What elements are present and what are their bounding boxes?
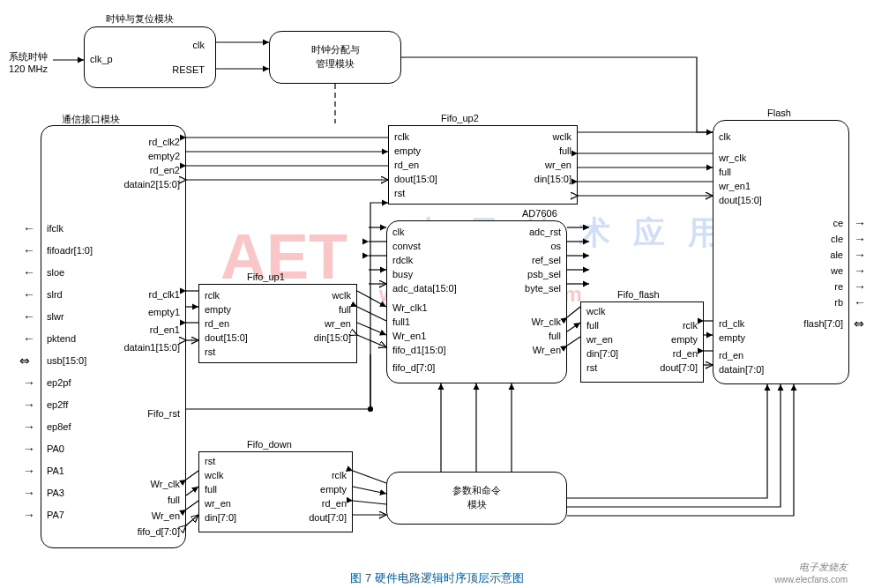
fd-dout: dout[7:0] bbox=[309, 512, 347, 523]
flash-bus: flash[7:0] bbox=[803, 318, 843, 329]
paramcmd-line2: 模块 bbox=[387, 499, 566, 510]
ad-wrclk: Wr_clk bbox=[532, 316, 561, 327]
comm-pa3: PA3 bbox=[47, 488, 64, 498]
comm-full: full bbox=[168, 495, 180, 505]
svg-line-20 bbox=[357, 335, 386, 347]
svg-line-31 bbox=[567, 307, 580, 317]
comm-ep8ef: ep8ef bbox=[47, 421, 71, 432]
ff-rden: rd_en bbox=[673, 348, 698, 359]
ad-rdclk: rdclk bbox=[392, 255, 413, 265]
fifoflash-title: Fifo_flash bbox=[617, 289, 660, 300]
fifoup1-rclk: rclk bbox=[205, 290, 220, 301]
fifoup2-dout: dout[15:0] bbox=[394, 174, 437, 184]
ad-busy: busy bbox=[392, 269, 413, 279]
flash-cle: cle bbox=[831, 234, 843, 244]
comm-title: 通信接口模块 bbox=[62, 113, 120, 126]
arrow-icon: → bbox=[23, 376, 35, 389]
ad7606-block: clk convst rdclk busy adc_data[15:0] Wr_… bbox=[386, 220, 567, 383]
clk-reset-block: clk_p clk RESET bbox=[84, 26, 216, 88]
fifoup1-full: full bbox=[339, 304, 351, 315]
fifodown-title: Fifo_down bbox=[247, 439, 292, 450]
sys-clock-freq: 120 MHz bbox=[9, 63, 48, 74]
comm-slrd: slrd bbox=[47, 289, 63, 300]
fifoup1-din: din[15:0] bbox=[314, 332, 351, 343]
arrow-icon: ← bbox=[23, 310, 35, 323]
ad-adcdata: adc_data[15:0] bbox=[392, 283, 457, 294]
ad-convst: convst bbox=[392, 241, 421, 251]
fifoup2-title: Fifo_up2 bbox=[441, 113, 479, 123]
comm-fifoadr: fifoadr[1:0] bbox=[47, 245, 93, 256]
fifoup1-block: rclk empty rd_en dout[15:0] rst wclk ful… bbox=[198, 284, 357, 363]
comm-sloe: sloe bbox=[47, 267, 64, 278]
fifoup2-full: full bbox=[559, 145, 571, 156]
fifoup2-empty: empty bbox=[394, 145, 421, 156]
comm-datain1: datain1[15:0] bbox=[123, 342, 180, 353]
flash-re: re bbox=[834, 281, 843, 292]
flash-we: we bbox=[831, 265, 843, 276]
svg-line-39 bbox=[186, 487, 198, 495]
svg-line-33 bbox=[567, 337, 580, 346]
svg-line-32 bbox=[567, 323, 580, 331]
fifoup2-rst: rst bbox=[394, 188, 405, 198]
fifoup2-rclk: rclk bbox=[394, 131, 409, 142]
ad-psbsel: psb_sel bbox=[527, 269, 561, 279]
svg-line-44 bbox=[353, 501, 386, 504]
clk-dist-line1: 时钟分配与 bbox=[270, 44, 400, 55]
arrow-icon: → bbox=[23, 487, 35, 499]
arrow-icon: ← bbox=[854, 296, 866, 309]
fifoup2-rden: rd_en bbox=[394, 160, 419, 170]
sys-clock-title: 系统时钟 bbox=[9, 51, 48, 62]
fifoup1-dout: dout[15:0] bbox=[205, 332, 248, 343]
comm-rden1: rd_en1 bbox=[150, 324, 180, 335]
comm-slwr: slwr bbox=[47, 311, 64, 322]
comm-pktend: pktend bbox=[47, 333, 76, 344]
arrow-icon: ← bbox=[23, 266, 35, 279]
comm-pa0: PA0 bbox=[47, 443, 64, 454]
ad7606-title: AD7606 bbox=[522, 208, 557, 219]
ff-full: full bbox=[586, 320, 599, 331]
ad-wren1: Wr_en1 bbox=[392, 331, 426, 341]
fd-empty: empty bbox=[320, 484, 347, 495]
arrow-icon: ← bbox=[23, 288, 35, 301]
svg-line-38 bbox=[186, 471, 198, 480]
ff-empty: empty bbox=[671, 334, 698, 345]
flash-wren1: wr_en1 bbox=[719, 181, 751, 191]
fd-rclk: rclk bbox=[332, 470, 347, 480]
figure-caption: 图 7 硬件电路逻辑时序顶层示意图 bbox=[0, 570, 874, 586]
flash-empty: empty bbox=[719, 332, 745, 343]
ad-wren: Wr_en bbox=[533, 345, 561, 355]
arrow-icon: → bbox=[854, 264, 866, 277]
ff-wclk: wclk bbox=[586, 306, 605, 316]
comm-fiforst: Fifo_rst bbox=[147, 408, 180, 419]
fifoup2-block: rclk empty rd_en dout[15:0] rst wclk ful… bbox=[388, 125, 578, 205]
ad-adcrst: adc_rst bbox=[529, 227, 561, 237]
arrow-icon: → bbox=[23, 421, 35, 433]
comm-pa1: PA1 bbox=[47, 465, 64, 476]
flash-wrclk: wr_clk bbox=[719, 153, 746, 163]
arrow-icon: → bbox=[23, 398, 35, 411]
flash-datain: datain[7:0] bbox=[719, 364, 764, 375]
fd-full: full bbox=[205, 484, 217, 495]
ad-full: full bbox=[549, 331, 561, 341]
fifoup1-rden: rd_en bbox=[205, 318, 229, 329]
arrow-icon: → bbox=[23, 509, 35, 521]
comm-block: rd_clk2 empty2 rd_en2 datain2[15:0] ifcl… bbox=[41, 125, 186, 548]
bidir-arrow-icon: ⇔ bbox=[854, 317, 864, 330]
comm-pa7: PA7 bbox=[47, 510, 64, 520]
flash-full: full bbox=[719, 167, 731, 177]
fifodown-block: rst wclk full wr_en din[7:0] rclk empty … bbox=[198, 451, 353, 532]
fifoup1-rst: rst bbox=[205, 346, 215, 357]
ad-full1: full1 bbox=[392, 316, 410, 327]
comm-rdclk1: rd_clk1 bbox=[149, 289, 180, 300]
ad-refsel: ref_sel bbox=[532, 255, 561, 265]
clk-reset-reset: RESET bbox=[172, 64, 205, 75]
svg-line-18 bbox=[357, 307, 386, 321]
flash-dout: dout[15:0] bbox=[719, 195, 762, 205]
bidir-arrow-icon: ⇔ bbox=[19, 354, 30, 367]
arrow-icon: → bbox=[23, 465, 35, 477]
svg-line-41 bbox=[186, 515, 198, 525]
fifoup2-wren: wr_en bbox=[545, 160, 571, 170]
flash-ale: ale bbox=[830, 249, 843, 260]
paramcmd-block: 参数和命令 模块 bbox=[386, 472, 567, 525]
arrow-icon: ← bbox=[23, 332, 35, 345]
